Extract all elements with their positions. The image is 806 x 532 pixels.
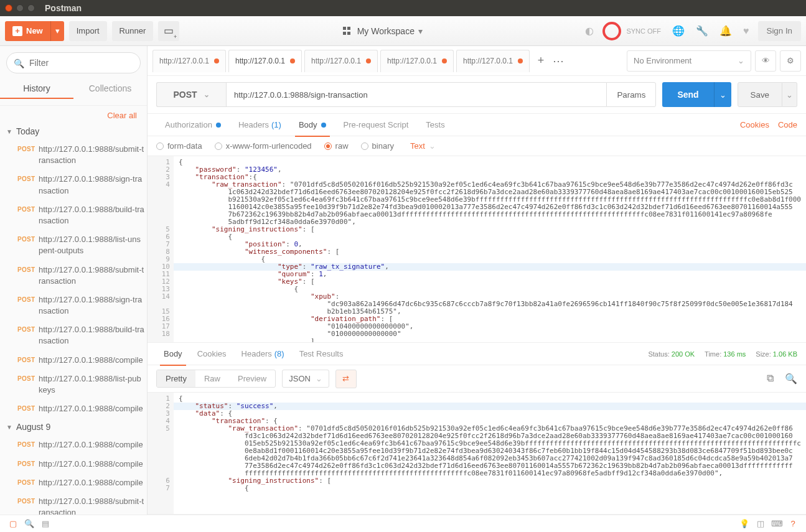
subtab-headers[interactable]: Headers(1) [230,114,290,136]
response-format-dropdown[interactable]: JSON⌄ [282,370,329,388]
add-tab-button[interactable]: + [532,52,550,70]
request-line: POST ⌄ Params Send ⌄ Save ⌄ [148,76,806,114]
history-item[interactable]: POSThttp://127.0.0.1:9888/submit-transac… [0,492,147,515]
send-dropdown-caret[interactable]: ⌄ [714,82,731,107]
keyboard-icon[interactable]: ⌨ [769,518,785,530]
history-group-header[interactable]: ▼August 9 [0,418,147,436]
body-type-raw[interactable]: raw [324,141,349,151]
history-item[interactable]: POSThttp://127.0.0.1:9888/build-transact… [0,200,147,230]
radio-icon [156,142,164,150]
subtab-body[interactable]: Body [290,114,335,136]
console-icon[interactable]: ▤ [37,518,54,530]
subtab-prerequest[interactable]: Pre-request Script [335,114,418,136]
bootcamp-icon[interactable]: 💡 [736,518,752,530]
body-text-dropdown[interactable]: Text⌄ [410,141,436,151]
environment-preview-button[interactable]: 👁 [755,50,776,72]
request-tab[interactable]: http://127.0.0.1 [152,50,226,72]
history-item[interactable]: POSThttp://127.0.0.1:9888/list-pubkeys [0,370,147,399]
cookies-link[interactable]: Cookies [740,120,769,129]
history-url: http://127.0.0.1:9888/compile [39,477,144,488]
code-lines[interactable]: { "password": "123456", "transaction":{ … [174,156,806,342]
close-window-icon[interactable] [5,4,12,12]
view-pretty[interactable]: Pretty [157,370,195,387]
new-dropdown-caret[interactable]: ▾ [50,21,64,41]
search-icon[interactable]: 🔍 [785,373,797,385]
history-item[interactable]: POSThttp://127.0.0.1:9888/compile [0,436,147,454]
request-tab[interactable]: http://127.0.0.1 [456,50,530,72]
history-method: POST [17,373,39,396]
response-body-viewer[interactable]: 1234567 { "status": "success", "data": {… [148,393,806,515]
request-tab[interactable]: http://127.0.0.1 [304,50,378,72]
history-method: POST [17,324,39,347]
subtab-tests[interactable]: Tests [417,114,453,136]
request-tab[interactable]: http://127.0.0.1 [380,50,454,72]
history-item[interactable]: POSThttp://127.0.0.1:9888/compile [0,455,147,474]
sidebar-toggle-icon[interactable]: ▢ [5,518,21,530]
notifications-icon[interactable]: 🔔 [719,25,732,37]
request-body-editor[interactable]: 123456789101112131415161718 { "password"… [148,156,806,343]
find-icon[interactable]: 🔍 [21,518,37,530]
subtab-label: Authorization [165,120,212,129]
history-item[interactable]: POSThttp://127.0.0.1:9888/build-transact… [0,320,147,350]
history-item[interactable]: POSThttp://127.0.0.1:9888/list-unspent-o… [0,230,147,260]
body-type-formdata[interactable]: form-data [156,141,202,151]
view-raw[interactable]: Raw [195,370,229,387]
tab-history[interactable]: History [0,77,73,105]
tab-collections[interactable]: Collections [73,77,147,105]
maximize-window-icon[interactable] [27,4,35,12]
workspace-icon [342,26,352,36]
new-button[interactable]: + New [5,21,50,41]
workspace-selector[interactable]: My Workspace ▾ [179,26,585,36]
resp-tab-tests[interactable]: Test Results [292,343,351,365]
settings-icon[interactable]: 🔧 [696,25,708,37]
help-icon[interactable]: ? [785,518,801,530]
save-button[interactable]: Save [738,82,782,107]
minimize-window-icon[interactable] [16,4,24,12]
history-item[interactable]: POSThttp://127.0.0.1:9888/compile [0,351,147,370]
history-item[interactable]: POSThttp://127.0.0.1:9888/submit-transac… [0,261,147,291]
two-pane-icon[interactable]: ◫ [752,518,769,530]
body-type-binary[interactable]: binary [361,141,394,151]
code-lines[interactable]: { "status": "success", "data": { "transa… [174,393,806,514]
signin-button[interactable]: Sign In [758,21,802,41]
history-item[interactable]: POSThttp://127.0.0.1:9888/sign-transacti… [0,291,147,320]
environment-settings-button[interactable]: ⚙ [780,50,801,72]
sync-status[interactable]: SYNC OFF [602,22,661,40]
resp-tab-cookies[interactable]: Cookies [190,343,234,365]
tab-overflow-button[interactable]: ⋯ [550,52,567,70]
method-select[interactable]: POST ⌄ [156,82,226,107]
history-item[interactable]: POSThttp://127.0.0.1:9888/sign-transacti… [0,170,147,200]
code-link[interactable]: Code [778,120,797,129]
clear-all-link[interactable]: Clear all [0,106,147,123]
request-tab[interactable]: http://127.0.0.1 [228,50,302,72]
send-button[interactable]: Send [662,82,713,107]
sidebar: 🔍 History Collections Clear all ▼TodayPO… [0,46,148,515]
proxy-icon[interactable]: ◐ [585,25,594,37]
history-group-header[interactable]: ▼Today [0,123,147,140]
runner-button[interactable]: Runner [112,21,154,41]
history-url: http://127.0.0.1:9888/sign-transaction [39,174,144,196]
subtab-authorization[interactable]: Authorization [156,114,230,136]
wrap-lines-button[interactable]: ⇄ [335,370,357,388]
history-item[interactable]: POSThttp://127.0.0.1:9888/compile [0,399,147,418]
save-dropdown-caret[interactable]: ⌄ [782,82,797,107]
environment-select[interactable]: No Environment ⌄ [627,50,751,72]
import-button[interactable]: Import [69,21,107,41]
body-type-urlencoded[interactable]: x-www-form-urlencoded [215,141,312,151]
params-button[interactable]: Params [606,82,656,107]
new-window-button[interactable]: ▭+ [158,21,179,41]
view-preview[interactable]: Preview [229,370,275,387]
statusbar: ▢ 🔍 ▤ 💡 ◫ ⌨ ? [0,515,806,532]
resp-tab-headers[interactable]: Headers (8) [234,343,292,365]
copy-icon[interactable]: ⧉ [767,373,774,385]
url-input[interactable] [226,82,606,107]
filter-input[interactable] [6,52,141,73]
resp-tab-body[interactable]: Body [156,343,190,365]
browse-icon[interactable]: 🌐 [672,25,685,37]
history-item[interactable]: POSThttp://127.0.0.1:9888/compile [0,474,147,492]
body-type-selector: form-data x-www-form-urlencoded raw bina… [148,136,806,156]
history-item[interactable]: POSThttp://127.0.0.1:9888/submit-transac… [0,140,147,170]
tab-title: http://127.0.0.1 [159,57,209,65]
heart-icon[interactable]: ♥ [743,26,749,37]
history-method: POST [17,234,39,256]
